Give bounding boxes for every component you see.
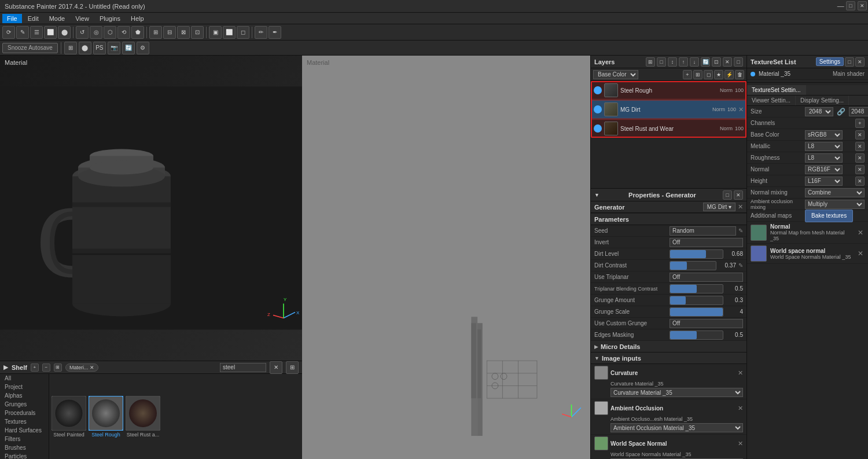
shelf-btn-1[interactable]: + (31, 363, 39, 372)
ts-channels-add[interactable]: + (855, 119, 865, 128)
layers-add-btn[interactable]: + (683, 70, 692, 79)
minimize-btn[interactable]: — (837, 2, 844, 10)
toolbar-btn-5[interactable]: ⬤ (58, 26, 71, 39)
ts-normal-mixing-select[interactable]: Combine (805, 188, 865, 197)
img-input-curvature-close[interactable]: ✕ (738, 369, 743, 377)
layer-item-0[interactable]: Steel Rough Norm 100 (591, 81, 746, 100)
toolbar-mode-btn-1[interactable]: ⊞ (64, 42, 77, 54)
viewport-2d[interactable]: Material (302, 56, 590, 459)
toolbar-mode-btn-5[interactable]: 🔄 (122, 42, 135, 54)
toolbar-btn-6[interactable]: ↺ (76, 26, 89, 39)
shelf-cat-filters[interactable]: Filters (0, 435, 49, 443)
ts-size-select[interactable]: 2048 (805, 107, 833, 116)
layer-item-1[interactable]: MG Dirt Norm 100 ✕ (591, 100, 746, 119)
prop-dirt-contrast-edit[interactable]: ✎ (738, 262, 743, 269)
ts-normal-select[interactable]: RGB16F (805, 165, 843, 174)
shelf-item-2[interactable]: Steel Rust a... (126, 396, 160, 438)
prop-grunge-scale-slider[interactable] (670, 307, 723, 317)
map-close-wsn[interactable]: ✕ (856, 249, 865, 258)
menu-view[interactable]: View (71, 14, 94, 23)
layers-btn-8[interactable]: ✕ (723, 57, 732, 67)
ts-expand-btn[interactable]: □ (845, 57, 854, 67)
ts-roughness-close[interactable]: ✕ (855, 153, 865, 163)
ts-height-close[interactable]: ✕ (855, 177, 865, 186)
image-inputs-header[interactable]: ▼ Image inputs (591, 352, 746, 364)
menu-mode[interactable]: Mode (45, 14, 70, 23)
toolbar-btn-15[interactable]: ▣ (209, 26, 222, 39)
shelf-filter-tag[interactable]: Materi... ✕ (65, 363, 98, 372)
img-input-curvature-select[interactable]: Curvature Material _35 (610, 388, 743, 397)
shelf-cat-procedurals[interactable]: Procedurals (0, 409, 49, 417)
prop-seed-input[interactable]: Random (670, 226, 736, 236)
ts-basecolor-select[interactable]: sRGB8 (805, 130, 843, 139)
menu-edit[interactable]: Edit (23, 14, 43, 23)
generator-close[interactable]: ✕ (738, 203, 743, 211)
img-input-ao-select[interactable]: Ambient Occlusion Material _35 (610, 423, 743, 432)
map-color-wsn[interactable] (751, 245, 767, 262)
layer-delete-1[interactable]: ✕ (738, 106, 744, 113)
layers-btn-6[interactable]: 🔄 (701, 57, 710, 67)
layers-close-btn[interactable]: □ (734, 57, 743, 67)
shelf-cat-brushes[interactable]: Brushes (0, 443, 49, 452)
toolbar-btn-17[interactable]: ◻ (237, 26, 249, 39)
layer-mode-select[interactable]: Base Color (593, 70, 638, 79)
shelf-cat-textures[interactable]: Textures (0, 417, 49, 426)
toolbar-btn-4[interactable]: ⬜ (44, 26, 57, 39)
prop-use-triplanar-input[interactable]: Off (670, 273, 743, 282)
ts-tab-settings[interactable]: TextureSet Settin... (747, 85, 806, 95)
generator-dropdown[interactable]: MG Dirt ▾ (703, 203, 735, 211)
prop-dirt-level-slider[interactable] (670, 249, 723, 259)
shelf-cat-hard[interactable]: Hard Surfaces (0, 426, 49, 435)
prop-edges-masking-slider[interactable] (670, 331, 723, 340)
bake-textures-btn[interactable]: Bake textures (805, 210, 853, 222)
toolbar-btn-7[interactable]: ◎ (90, 26, 102, 39)
map-close-normal[interactable]: ✕ (856, 229, 865, 237)
toolbar-btn-19[interactable]: ✒ (269, 26, 281, 39)
textureset-item-0[interactable]: Material _35 Main shader (747, 68, 868, 80)
properties-btn-1[interactable]: □ (723, 190, 732, 200)
ts-normal-close[interactable]: ✕ (855, 165, 865, 174)
toolbar-mode-btn-2[interactable]: ⬤ (79, 42, 91, 54)
toolbar-btn-11[interactable]: ⊞ (149, 26, 162, 39)
shelf-close-btn[interactable]: ✕ (270, 361, 282, 374)
ts-size-input[interactable] (849, 107, 868, 116)
map-color-normal[interactable] (751, 225, 767, 241)
shelf-item-1[interactable]: Steel Rough (89, 396, 123, 438)
toolbar-btn-12[interactable]: ⊟ (163, 26, 176, 39)
shelf-search-input[interactable] (220, 363, 266, 372)
toolbar-mode-btn-4[interactable]: 📷 (108, 42, 120, 54)
ts-basecolor-close[interactable]: ✕ (855, 130, 865, 139)
ts-tab-viewer[interactable]: Viewer Settin... (747, 96, 796, 105)
shelf-btn-3[interactable]: ⊞ (54, 363, 62, 372)
shelf-cat-project[interactable]: Project (0, 383, 49, 391)
toolbar-btn-3[interactable]: ☰ (30, 26, 43, 39)
img-input-wsn-close[interactable]: ✕ (738, 440, 743, 447)
prop-dirt-contrast-slider[interactable] (670, 261, 716, 270)
properties-close-btn[interactable]: ✕ (734, 190, 743, 200)
micro-details-header[interactable]: ▶ Micro Details (591, 341, 746, 352)
layers-btn-7[interactable]: ⊡ (712, 57, 721, 67)
autosave-button[interactable]: Snooze Autosave (2, 43, 58, 53)
toolbar-btn-2[interactable]: ✎ (16, 26, 29, 39)
toolbar-mode-btn-6[interactable]: ⚙ (137, 42, 149, 54)
shelf-expand-icon[interactable]: ▶ (3, 363, 8, 371)
layer-vis-2[interactable] (594, 124, 602, 133)
layers-effect-btn[interactable]: ★ (714, 70, 723, 79)
ts-tab-display[interactable]: Display Setting... (796, 96, 849, 105)
toolbar-btn-1[interactable]: ⟳ (2, 26, 15, 39)
layers-gen-btn[interactable]: ⚡ (724, 70, 734, 79)
shelf-cat-grunges[interactable]: Grunges (0, 400, 49, 409)
ts-roughness-select[interactable]: L8 (805, 153, 843, 163)
parameters-header[interactable]: Parameters (591, 214, 746, 225)
shelf-grid-btn[interactable]: ⊞ (286, 361, 299, 374)
toolbar-btn-13[interactable]: ⊠ (177, 26, 190, 39)
menu-help[interactable]: Help (126, 14, 149, 23)
layer-vis-1[interactable] (594, 105, 602, 113)
ts-close-btn[interactable]: ✕ (855, 57, 865, 67)
layers-btn-4[interactable]: ↑ (679, 57, 688, 67)
layer-item-2[interactable]: Steel Rust and Wear Norm 100 (591, 119, 746, 138)
layers-del-btn[interactable]: 🗑 (735, 70, 744, 79)
layer-vis-0[interactable] (594, 86, 602, 94)
generator-header[interactable]: Generator MG Dirt ▾ ✕ (591, 201, 746, 213)
toolbar-btn-8[interactable]: ⬡ (104, 26, 116, 39)
